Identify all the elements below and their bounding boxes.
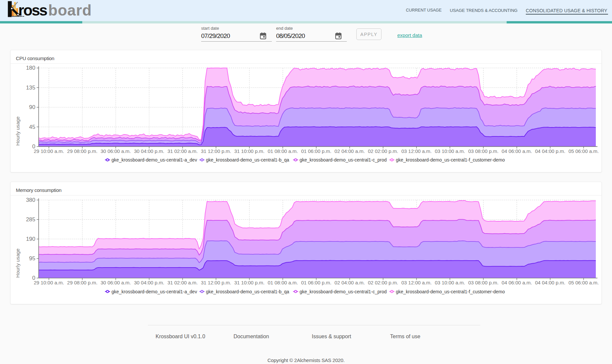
svg-text:gke_krossboard-demo_us-central: gke_krossboard-demo_us-central1-c_prod [300, 157, 387, 163]
svg-text:02 02:00 p.m.: 02 02:00 p.m. [368, 280, 398, 285]
svg-text:03 08:00 p.m.: 03 08:00 p.m. [468, 148, 499, 154]
svg-text:30 04:00 p.m.: 30 04:00 p.m. [134, 148, 164, 154]
svg-text:Hourly usage: Hourly usage [15, 117, 20, 146]
svg-text:29 10:00 a.m.: 29 10:00 a.m. [34, 148, 64, 154]
svg-text:135: 135 [26, 85, 35, 91]
svg-text:380: 380 [26, 197, 35, 203]
svg-text:29 10:00 a.m.: 29 10:00 a.m. [34, 280, 64, 285]
svg-text:02 04:00 a.m.: 02 04:00 a.m. [335, 148, 365, 154]
svg-text:board: board [48, 2, 92, 18]
svg-text:30 04:00 p.m.: 30 04:00 p.m. [134, 280, 164, 285]
svg-text:31 12:00 p.m.: 31 12:00 p.m. [201, 148, 231, 154]
svg-text:gke_krossboard-demo_us-central: gke_krossboard-demo_us-central1-b_qa [206, 157, 289, 163]
svg-text:gke_krossboard-demo_us-central: gke_krossboard-demo_us-central1-b_qa [206, 289, 289, 294]
svg-text:31 02:00 a.m.: 31 02:00 a.m. [167, 280, 198, 285]
svg-text:gke_krossboard-demo_us-central: gke_krossboard-demo_us-central1-f_custom… [396, 289, 505, 294]
svg-text:31 12:00 p.m.: 31 12:00 p.m. [201, 280, 231, 285]
svg-text:90: 90 [29, 104, 35, 110]
svg-text:01 08:00 a.m.: 01 08:00 a.m. [268, 148, 298, 154]
svg-text:02 04:00 a.m.: 02 04:00 a.m. [335, 280, 365, 285]
svg-text:03 12:00 a.m.: 03 12:00 a.m. [401, 280, 432, 285]
svg-text:05 06:00 a.m.: 05 06:00 a.m. [568, 148, 599, 154]
svg-text:180: 180 [26, 65, 35, 71]
svg-text:30 06:00 a.m.: 30 06:00 a.m. [101, 280, 131, 285]
svg-text:01 06:00 p.m.: 01 06:00 p.m. [301, 148, 332, 154]
svg-text:02 02:00 p.m.: 02 02:00 p.m. [368, 148, 398, 154]
svg-text:03 10:00 a.m.: 03 10:00 a.m. [435, 148, 465, 154]
svg-text:30 06:00 a.m.: 30 06:00 a.m. [101, 148, 131, 154]
svg-text:29 08:00 p.m.: 29 08:00 p.m. [67, 148, 97, 154]
svg-text:Hourly usage: Hourly usage [15, 248, 20, 277]
svg-text:01 06:00 p.m.: 01 06:00 p.m. [301, 280, 332, 285]
svg-text:190: 190 [26, 236, 35, 242]
svg-text:04 06:00 a.m.: 04 06:00 a.m. [502, 148, 532, 154]
svg-text:03 12:00 a.m.: 03 12:00 a.m. [401, 148, 432, 154]
svg-text:31 10:00 p.m.: 31 10:00 p.m. [234, 148, 265, 154]
svg-text:03 08:00 p.m.: 03 08:00 p.m. [468, 280, 499, 285]
svg-text:03 10:00 a.m.: 03 10:00 a.m. [435, 280, 465, 285]
svg-text:gke_krossboard-demo_us-central: gke_krossboard-demo_us-central1-c_prod [300, 289, 387, 294]
svg-text:31 10:00 p.m.: 31 10:00 p.m. [234, 280, 265, 285]
svg-text:ross: ross [18, 2, 47, 18]
svg-text:gke_krossboard-demo_us-central: gke_krossboard-demo_us-central1-a_dev [112, 289, 197, 294]
svg-text:31 02:00 a.m.: 31 02:00 a.m. [167, 148, 198, 154]
svg-text:04 04:00 p.m.: 04 04:00 p.m. [535, 280, 565, 285]
svg-text:gke_krossboard-demo_us-central: gke_krossboard-demo_us-central1-a_dev [112, 157, 197, 163]
svg-text:29 08:00 p.m.: 29 08:00 p.m. [67, 280, 97, 285]
svg-text:04 06:00 a.m.: 04 06:00 a.m. [502, 280, 532, 285]
svg-text:05 06:00 a.m.: 05 06:00 a.m. [568, 280, 599, 285]
svg-text:01 08:00 a.m.: 01 08:00 a.m. [268, 280, 298, 285]
svg-text:285: 285 [26, 216, 35, 223]
svg-text:04 04:00 p.m.: 04 04:00 p.m. [535, 148, 565, 154]
svg-text:gke_krossboard-demo_us-central: gke_krossboard-demo_us-central1-f_custom… [396, 157, 505, 163]
svg-text:45: 45 [29, 124, 35, 130]
svg-text:95: 95 [29, 255, 35, 262]
